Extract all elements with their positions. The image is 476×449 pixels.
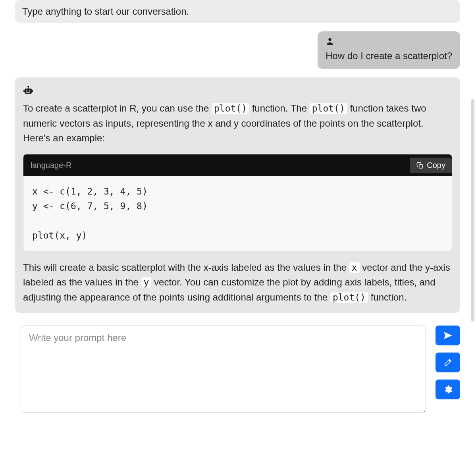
svg-rect-2 [28, 87, 29, 89]
gear-icon [443, 385, 453, 394]
assistant-text: function. The [249, 103, 310, 114]
svg-rect-9 [419, 165, 423, 168]
system-message-text: Type anything to start our conversation. [22, 6, 189, 17]
scrollbar[interactable] [471, 99, 474, 322]
prompt-input[interactable] [21, 326, 426, 413]
assistant-text: To create a scatterplot in R, you can us… [23, 103, 212, 114]
user-icon [326, 37, 334, 47]
assistant-text: This will create a basic scatterplot wit… [23, 262, 349, 273]
system-message: Type anything to start our conversation. [15, 0, 460, 23]
inline-code: y [141, 277, 152, 288]
clear-button[interactable] [436, 353, 460, 372]
assistant-avatar-row [23, 84, 452, 98]
svg-rect-8 [26, 92, 30, 93]
svg-rect-5 [32, 90, 33, 92]
action-button-column [436, 326, 460, 399]
svg-point-0 [328, 38, 331, 41]
assistant-intro-paragraph: To create a scatterplot in R, you can us… [23, 101, 452, 145]
inline-code: plot() [212, 103, 249, 114]
copy-button[interactable]: Copy [410, 158, 452, 173]
user-message: How do I create a scatterplot? [318, 31, 460, 69]
chat-container: Type anything to start our conversation.… [0, 0, 476, 313]
code-block-body: x <- c(1, 2, 3, 4, 5) y <- c(6, 7, 5, 9,… [23, 176, 452, 251]
inline-code: plot() [310, 103, 347, 114]
send-button[interactable] [436, 326, 460, 345]
eraser-icon [443, 358, 453, 367]
inline-code: x [349, 262, 360, 273]
robot-icon [23, 86, 33, 96]
assistant-text: function. [368, 292, 407, 303]
assistant-outro-paragraph: This will create a basic scatterplot wit… [23, 260, 452, 305]
user-avatar-row [326, 37, 452, 48]
svg-rect-3 [25, 89, 32, 94]
assistant-message: To create a scatterplot in R, you can us… [15, 77, 460, 312]
user-message-text: How do I create a scatterplot? [326, 50, 452, 61]
copy-icon [416, 162, 424, 169]
svg-point-6 [26, 91, 27, 92]
send-icon [443, 331, 453, 340]
svg-point-7 [29, 91, 30, 92]
code-block-header: language-R Copy [23, 154, 452, 176]
settings-button[interactable] [436, 380, 460, 399]
copy-button-label: Copy [427, 161, 445, 170]
code-content: x <- c(1, 2, 3, 4, 5) y <- c(6, 7, 5, 9,… [32, 184, 443, 243]
code-block: language-R Copy x <- c(1, 2, 3, 4, 5) y … [23, 154, 452, 251]
user-message-row: How do I create a scatterplot? [15, 31, 460, 69]
input-row [0, 326, 476, 413]
svg-rect-4 [23, 90, 25, 92]
inline-code: plot() [330, 292, 368, 303]
code-language-label: language-R [31, 159, 71, 172]
